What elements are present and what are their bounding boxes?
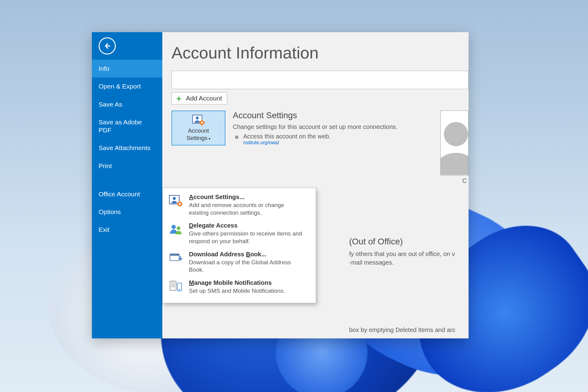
sidebar-item-print[interactable]: Print bbox=[92, 157, 162, 175]
outlook-backstage-window: Info Open & Export Save As Save as Adobe… bbox=[92, 32, 469, 338]
oof-heading-fragment: (Out of Office) bbox=[349, 237, 469, 247]
account-selector[interactable] bbox=[172, 71, 469, 89]
bullet-icon bbox=[235, 136, 238, 139]
account-settings-tile-button[interactable]: Account Settings▾ bbox=[172, 111, 225, 145]
account-settings-description: Account Settings Change settings for thi… bbox=[233, 111, 469, 145]
svg-point-23 bbox=[179, 289, 180, 290]
backstage-main: Account Information ＋ Add Account bbox=[162, 32, 469, 338]
menu-item-manage-mobile-notifications[interactable]: Manage Mobile Notifications Set up SMS a… bbox=[163, 277, 316, 298]
account-settings-icon bbox=[168, 194, 184, 208]
mobile-notifications-icon bbox=[168, 280, 184, 293]
sidebar-item-info[interactable]: Info bbox=[92, 60, 162, 77]
menu-item-desc: Give others permission to receive items … bbox=[189, 230, 305, 245]
menu-item-delegate-access[interactable]: Delegate Access Give others permission t… bbox=[163, 220, 316, 248]
svg-rect-18 bbox=[170, 281, 176, 290]
mailbox-cleanup-fragment: box by emptying Deleted Items and arc bbox=[349, 326, 469, 334]
avatar-placeholder-icon bbox=[440, 114, 469, 175]
menu-item-desc: Download a copy of the Global Address Bo… bbox=[189, 259, 305, 274]
svg-point-13 bbox=[179, 203, 181, 205]
sidebar-item-open-export[interactable]: Open & Export bbox=[92, 77, 162, 95]
sidebar-item-save-as-adobe-pdf[interactable]: Save as Adobe PDF bbox=[92, 113, 162, 139]
svg-point-14 bbox=[172, 225, 176, 229]
account-settings-heading: Account Settings bbox=[233, 111, 469, 120]
sidebar-item-options[interactable]: Options bbox=[92, 203, 162, 221]
account-settings-bullet: Access this account on the web. bbox=[243, 133, 331, 140]
plus-icon: ＋ bbox=[175, 94, 183, 102]
avatar-caption-fragment: C bbox=[462, 177, 467, 184]
download-address-book-icon bbox=[168, 251, 184, 265]
sidebar-item-office-account[interactable]: Office Account bbox=[92, 185, 162, 203]
svg-point-1 bbox=[196, 116, 199, 119]
oof-line1-fragment: fy others that you are out of office, on… bbox=[349, 251, 455, 257]
desktop-background: Info Open & Export Save As Save as Adobe… bbox=[0, 0, 588, 392]
svg-rect-17 bbox=[170, 254, 179, 256]
menu-item-desc: Add and remove accounts or change existi… bbox=[189, 202, 305, 217]
sidebar-item-save-attachments[interactable]: Save Attachments bbox=[92, 139, 162, 157]
svg-point-15 bbox=[177, 226, 180, 230]
tile-label-line1: Account bbox=[188, 127, 209, 134]
tile-label-line2: Settings bbox=[187, 135, 208, 141]
add-account-button[interactable]: ＋ Add Account bbox=[172, 92, 227, 104]
sidebar-item-save-as[interactable]: Save As bbox=[92, 96, 162, 113]
sidebar-item-exit[interactable]: Exit bbox=[92, 221, 162, 239]
add-account-label: Add Account bbox=[186, 95, 222, 102]
menu-item-download-address-book[interactable]: Download Address Book... Download a copy… bbox=[163, 248, 316, 277]
account-settings-icon bbox=[191, 114, 205, 126]
caret-down-icon: ▾ bbox=[209, 137, 210, 141]
svg-point-3 bbox=[201, 122, 203, 124]
owa-link-fragment[interactable]: nstitute.org/owa/ bbox=[243, 140, 469, 145]
account-settings-text: Change settings for this account or set … bbox=[233, 123, 469, 131]
arrow-left-icon bbox=[103, 42, 111, 50]
out-of-office-section: (Out of Office) fy others that you are o… bbox=[349, 237, 469, 267]
account-settings-menu: Account Settings... Add and remove accou… bbox=[162, 188, 316, 303]
profile-photo-box[interactable] bbox=[440, 111, 469, 175]
delegate-access-icon bbox=[168, 223, 184, 236]
back-button[interactable] bbox=[99, 37, 116, 55]
menu-item-desc: Set up SMS and Mobile Notifications. bbox=[189, 287, 285, 295]
backstage-sidebar: Info Open & Export Save As Save as Adobe… bbox=[92, 32, 162, 338]
page-title: Account Information bbox=[172, 43, 469, 62]
svg-point-9 bbox=[444, 122, 468, 146]
oof-line2-fragment: -mail messages. bbox=[349, 259, 394, 266]
menu-item-account-settings[interactable]: Account Settings... Add and remove accou… bbox=[163, 191, 316, 220]
svg-point-11 bbox=[173, 197, 176, 200]
